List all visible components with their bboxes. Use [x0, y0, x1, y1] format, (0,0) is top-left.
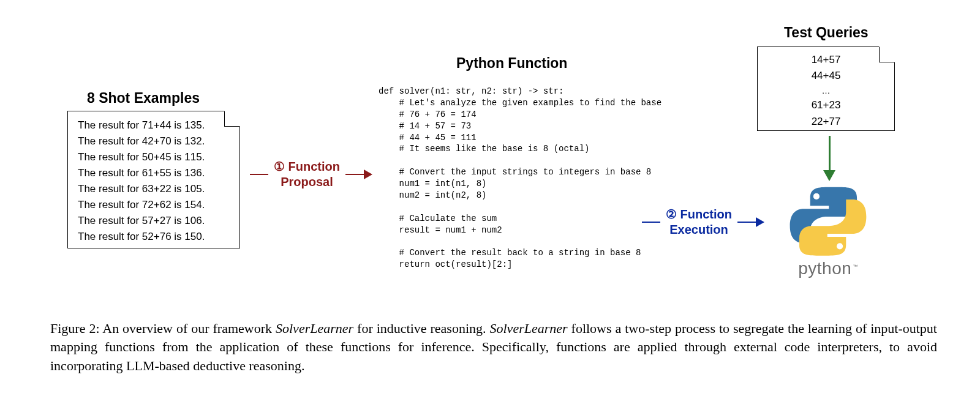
python-logo: python™ [785, 182, 871, 278]
caption-text: An overview of our framework [102, 321, 276, 336]
shot-line: The result for 61+55 is 136. [78, 165, 230, 181]
arrow-function-execution: ② Function Execution [642, 207, 764, 237]
arrow-function-proposal: ① Function Proposal [250, 159, 372, 190]
shot-examples-card: The result for 71+44 is 135. The result … [67, 111, 240, 248]
paper-fold-icon [879, 47, 895, 62]
code-line: # It seems like the base is 8 (octal) [379, 144, 589, 154]
figure-canvas: 8 Shot Examples Python Function Test Que… [0, 0, 980, 399]
caption-text: for inductive reasoning. [353, 321, 489, 336]
tq-line: 44+45 [767, 68, 884, 84]
code-line: # 14 + 57 = 73 [379, 121, 471, 131]
python-logo-icon [785, 182, 871, 260]
arrow-func-exec-l1: Function [680, 207, 732, 221]
code-line: # 76 + 76 = 174 [379, 110, 477, 119]
arrow-func-exec-l2: Execution [669, 223, 728, 236]
figure-caption: Figure 2: An overview of our framework S… [50, 319, 937, 375]
python-tm: ™ [853, 264, 858, 269]
shot-line: The result for 50+45 is 115. [78, 149, 230, 165]
code-line: # Calculate the sum [379, 214, 497, 223]
shot-line: The result for 72+62 is 154. [78, 197, 230, 213]
title-8shot: 8 Shot Examples [87, 90, 200, 106]
title-test-queries: Test Queries [784, 24, 869, 41]
python-code-block: def solver(n1: str, n2: str) -> str: # L… [379, 86, 691, 270]
code-line: def solver(n1: str, n2: str) -> str: [379, 86, 564, 96]
figure-number: Figure 2: [50, 321, 100, 336]
svg-point-1 [837, 243, 843, 249]
shot-line: The result for 71+44 is 135. [78, 117, 230, 133]
tq-line: 61+23 [767, 97, 884, 113]
code-line: num1 = int(n1, 8) [379, 179, 486, 188]
caption-em: SolverLearner [276, 321, 353, 336]
tq-line: 22+77 [767, 114, 884, 130]
shot-line: The result for 42+70 is 132. [78, 133, 230, 149]
code-line: # Convert the result back to a string in… [379, 248, 641, 258]
python-label: python [798, 259, 851, 278]
tq-line: 14+57 [767, 52, 884, 68]
caption-em: SolverLearner [490, 321, 568, 336]
code-line: # Convert the input strings to integers … [379, 167, 651, 177]
arrow-func-prop-l2: Proposal [281, 175, 333, 188]
code-line: result = num1 + num2 [379, 225, 502, 235]
svg-point-0 [813, 193, 820, 200]
shot-line: The result for 57+27 is 106. [78, 213, 230, 229]
arrow-func-exec-num: ② [666, 207, 677, 221]
code-line: num2 = int(n2, 8) [379, 190, 486, 200]
paper-fold-icon [224, 111, 240, 127]
arrow-func-prop-num: ① [274, 160, 285, 173]
code-line: # Let's analyze the given examples to fi… [379, 98, 662, 108]
shot-line: The result for 52+76 is 150. [78, 229, 230, 245]
arrow-down-icon [823, 136, 835, 181]
tq-dots: … [767, 84, 884, 98]
code-line: # 44 + 45 = 111 [379, 133, 477, 143]
arrow-func-prop-l1: Function [288, 160, 340, 173]
code-line: return oct(result)[2:] [379, 259, 512, 269]
shot-line: The result for 63+22 is 105. [78, 181, 230, 197]
title-python-function: Python Function [456, 55, 567, 72]
test-queries-card: 14+57 44+45 … 61+23 22+77 [757, 47, 895, 131]
